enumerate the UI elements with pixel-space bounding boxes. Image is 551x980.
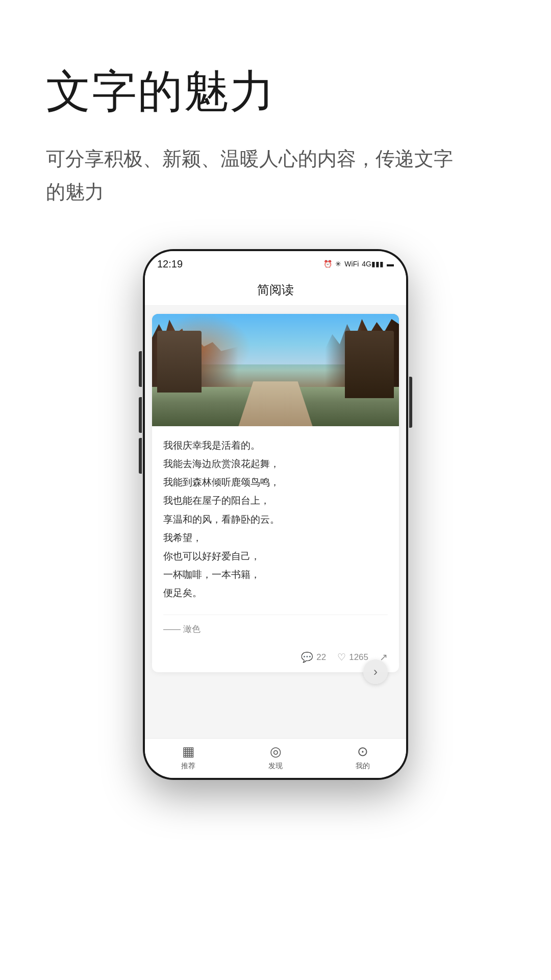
hero-section: 文字的魅力 可分享积极、新颖、温暖人心的内容，传递文字的魅力 xyxy=(0,0,551,239)
nav-profile-label: 我的 xyxy=(356,762,370,771)
status-bar: 12:19 ⏰ ✳ WiFi 4G▮▮▮ ▬ xyxy=(145,251,406,277)
hero-subtitle: 可分享积极、新颖、温暖人心的内容，传递文字的魅力 xyxy=(46,142,464,208)
article-footer: 💬 22 ♡ 1265 ↗ xyxy=(152,645,399,672)
article-card[interactable]: 我很庆幸我是活着的。 我能去海边欣赏浪花起舞， 我能到森林倾听鹿颂鸟鸣， 我也能… xyxy=(152,314,399,672)
article-author: —— 澉色 xyxy=(163,615,388,635)
app-title: 简阅读 xyxy=(257,283,294,297)
phone-wrapper: 12:19 ⏰ ✳ WiFi 4G▮▮▮ ▬ 简阅读 xyxy=(0,239,551,980)
phone-screen: 12:19 ⏰ ✳ WiFi 4G▮▮▮ ▬ 简阅读 xyxy=(145,251,406,778)
app-content[interactable]: 我很庆幸我是活着的。 我能去海边欣赏浪花起舞， 我能到森林倾听鹿颂鸟鸣， 我也能… xyxy=(145,306,406,716)
text-line-6: 我希望， xyxy=(163,529,388,547)
text-line-5: 享温和的风，看静卧的云。 xyxy=(163,510,388,529)
next-button[interactable]: › xyxy=(363,659,388,684)
text-line-7: 你也可以好好爱自己， xyxy=(163,547,388,566)
discover-icon: ◎ xyxy=(270,744,282,760)
like-action[interactable]: ♡ 1265 xyxy=(337,651,368,663)
app-header: 简阅读 xyxy=(145,277,406,306)
nav-discover[interactable]: ◎ 发现 xyxy=(232,744,319,771)
nav-profile[interactable]: ⊙ 我的 xyxy=(319,744,406,771)
article-text: 我很庆幸我是活着的。 我能去海边欣赏浪花起舞， 我能到森林倾听鹿颂鸟鸣， 我也能… xyxy=(163,436,388,602)
nav-recommend[interactable]: ▦ 推荐 xyxy=(145,744,232,771)
like-count: 1265 xyxy=(349,652,368,663)
status-time: 12:19 xyxy=(157,258,183,270)
alarm-icon: ⏰ xyxy=(323,260,332,268)
page-container: 文字的魅力 可分享积极、新颖、温暖人心的内容，传递文字的魅力 12:19 ⏰ ✳… xyxy=(0,0,551,980)
comment-count: 22 xyxy=(316,652,326,663)
text-line-3: 我能到森林倾听鹿颂鸟鸣， xyxy=(163,473,388,492)
text-line-9: 便足矣。 xyxy=(163,584,388,602)
nav-recommend-label: 推荐 xyxy=(181,762,195,771)
battery-icon: ▬ xyxy=(387,260,394,268)
comment-icon: 💬 xyxy=(301,651,313,663)
article-body: 我很庆幸我是活着的。 我能去海边欣赏浪花起舞， 我能到森林倾听鹿颂鸟鸣， 我也能… xyxy=(152,426,399,645)
wifi-icon: WiFi xyxy=(344,260,359,268)
hero-title: 文字的魅力 xyxy=(46,61,505,122)
text-line-1: 我很庆幸我是活着的。 xyxy=(163,436,388,455)
recommend-icon: ▦ xyxy=(182,744,195,760)
article-image xyxy=(152,314,399,426)
phone-mockup: 12:19 ⏰ ✳ WiFi 4G▮▮▮ ▬ 简阅读 xyxy=(143,249,408,780)
like-icon: ♡ xyxy=(337,651,346,663)
bluetooth-icon: ✳ xyxy=(335,260,341,268)
bottom-nav: ▦ 推荐 ◎ 发现 ⊙ 我的 xyxy=(145,738,406,778)
signal-icon: 4G▮▮▮ xyxy=(362,260,384,268)
status-icons: ⏰ ✳ WiFi 4G▮▮▮ ▬ xyxy=(323,260,394,268)
profile-icon: ⊙ xyxy=(357,744,368,760)
comment-action[interactable]: 💬 22 xyxy=(301,651,326,663)
text-line-8: 一杯咖啡，一本书籍， xyxy=(163,566,388,584)
nav-discover-label: 发现 xyxy=(268,762,283,771)
text-line-4: 我也能在屋子的阳台上， xyxy=(163,492,388,510)
text-line-2: 我能去海边欣赏浪花起舞， xyxy=(163,455,388,473)
